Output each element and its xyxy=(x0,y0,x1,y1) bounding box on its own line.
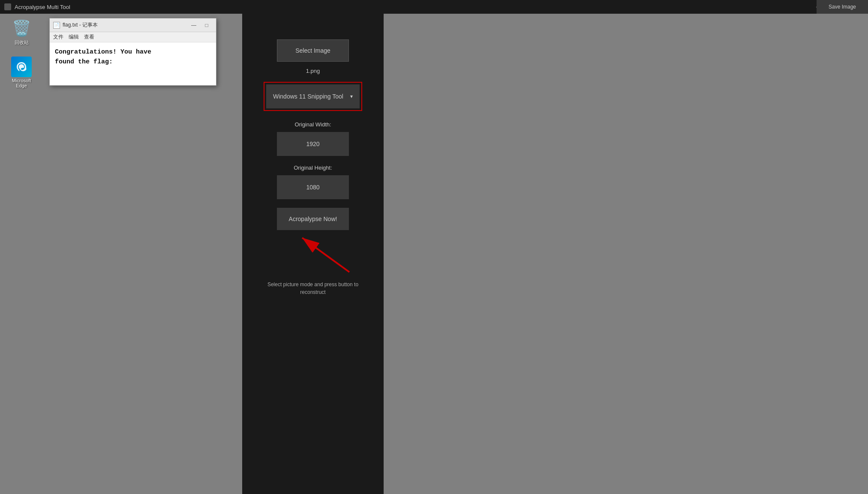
notepad-menubar: 文件 编辑 查看 xyxy=(50,32,216,42)
original-height-label: Original Height: xyxy=(294,165,332,171)
recycle-bin-label: 回收站 xyxy=(15,39,29,46)
notepad-line1: Congratulations! You have xyxy=(55,48,211,57)
titlebar: Acropalypse Multi Tool Save Image — □ ✕ xyxy=(0,0,868,14)
edge-label: MicrosoftEdge xyxy=(12,78,31,88)
filename-label: 1.png xyxy=(306,68,320,74)
titlebar-controls: Save Image — □ ✕ xyxy=(809,0,868,14)
right-panel xyxy=(384,14,868,494)
acropalypse-now-button[interactable]: Acropalypse Now! xyxy=(277,208,349,230)
chevron-down-icon: ▾ xyxy=(350,93,353,99)
notepad-controls: — □ xyxy=(188,21,213,30)
dropdown-container: Windows 11 Snipping Tool ▾ xyxy=(264,82,362,111)
original-width-label: Original Width: xyxy=(294,121,331,128)
notepad-menu-view[interactable]: 查看 xyxy=(84,33,94,41)
notepad-menu-file[interactable]: 文件 xyxy=(53,33,63,41)
notepad-title-left: 📄 flag.txt - 记事本 xyxy=(53,21,98,29)
notepad-content: Congratulations! You have found the flag… xyxy=(50,42,216,85)
save-image-button[interactable]: Save Image xyxy=(817,0,868,14)
instruction-line2: reconstruct xyxy=(300,289,325,295)
notepad-line2: found the flag: xyxy=(55,57,211,67)
app-icon xyxy=(4,3,11,10)
select-image-button[interactable]: Select Image xyxy=(277,39,349,62)
notepad-titlebar: 📄 flag.txt - 记事本 — □ xyxy=(50,18,216,32)
titlebar-title: Acropalypse Multi Tool xyxy=(15,4,70,10)
notepad-minimize[interactable]: — xyxy=(188,21,200,30)
instruction-text: Select picture mode and press button to … xyxy=(267,281,358,296)
dropdown-selected-text: Windows 11 Snipping Tool xyxy=(273,93,343,100)
dropdown-select[interactable]: Windows 11 Snipping Tool ▾ xyxy=(266,84,360,108)
original-height-value: 1080 xyxy=(277,175,349,199)
notepad-menu-edit[interactable]: 编辑 xyxy=(69,33,79,41)
notepad-window: 📄 flag.txt - 记事本 — □ 文件 编辑 查看 Congratula… xyxy=(49,18,216,86)
app-panel: Select Image 1.png Windows 11 Snipping T… xyxy=(242,14,384,494)
svg-line-1 xyxy=(302,238,349,272)
recycle-bin-image: 🗑️ xyxy=(11,18,32,39)
red-arrow-icon xyxy=(264,234,362,276)
desktop-area: 🗑️ 回收站 MicrosoftEdge 📄 flag.txt - 记事本 — xyxy=(0,14,242,494)
instruction-line1: Select picture mode and press button to xyxy=(267,281,358,287)
original-width-value: 1920 xyxy=(277,132,349,156)
edge-icon-image xyxy=(11,57,32,77)
notepad-maximize[interactable]: □ xyxy=(201,21,213,30)
notepad-icon: 📄 xyxy=(53,22,60,29)
main-area: 🗑️ 回收站 MicrosoftEdge 📄 flag.txt - 记事本 — xyxy=(0,14,868,494)
arrow-area xyxy=(264,234,362,276)
titlebar-left: Acropalypse Multi Tool xyxy=(0,3,70,10)
recycle-bin-icon[interactable]: 🗑️ 回收站 xyxy=(4,18,39,46)
edge-icon-container[interactable]: MicrosoftEdge xyxy=(4,57,39,88)
notepad-title: flag.txt - 记事本 xyxy=(63,21,98,29)
